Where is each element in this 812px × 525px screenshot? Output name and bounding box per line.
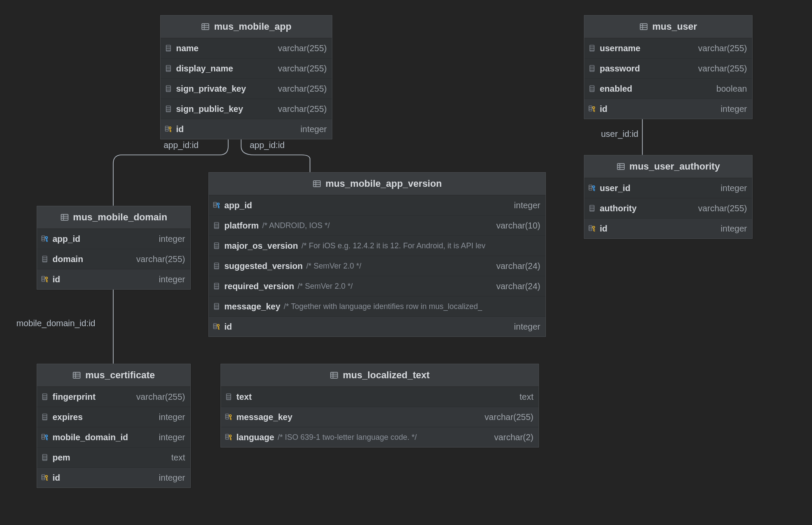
column-comment: /* SemVer 2.0 */	[306, 262, 361, 271]
column-row[interactable]: text text	[221, 387, 539, 407]
column-row[interactable]: app_id integer	[37, 229, 190, 249]
column-row[interactable]: message_key /* Together with language id…	[209, 296, 545, 317]
table-mus-user-authority[interactable]: mus_user_authority user_id integer	[584, 155, 753, 239]
primary-key-icon	[41, 474, 49, 482]
column-type: integer	[159, 234, 185, 244]
column-name: expires	[53, 412, 83, 422]
primary-key-icon	[225, 433, 233, 441]
table-header[interactable]: mus_user_authority	[584, 155, 752, 178]
column-icon	[165, 85, 173, 93]
column-name: id	[53, 473, 60, 483]
column-type: varchar(24)	[496, 281, 540, 291]
column-name: suggested_version	[224, 261, 303, 271]
svg-point-139	[593, 186, 595, 188]
column-row[interactable]: username varchar(255)	[584, 38, 752, 59]
table-mus-mobile-domain[interactable]: mus_mobile_domain app_id integer	[37, 206, 191, 290]
table-mus-mobile-app-version[interactable]: mus_mobile_app_version app_id integer	[208, 172, 546, 337]
column-icon	[589, 44, 596, 52]
column-row[interactable]: display_name varchar(255)	[161, 59, 332, 79]
table-mus-user[interactable]: mus_user username varchar(255) password	[584, 15, 753, 119]
table-icon	[313, 179, 321, 188]
column-row[interactable]: sign_private_key varchar(255)	[161, 79, 332, 99]
column-row[interactable]: enabled boolean	[584, 79, 752, 99]
table-icon	[639, 22, 648, 31]
table-header[interactable]: mus_mobile_app	[161, 15, 332, 38]
column-row[interactable]: name varchar(255)	[161, 38, 332, 59]
column-row[interactable]: major_os_version /* For iOS e.g. 12.4.2 …	[209, 236, 545, 256]
column-row[interactable]: domain varchar(255)	[37, 249, 190, 269]
column-name: sign_public_key	[176, 104, 243, 114]
column-icon	[213, 222, 221, 229]
column-row[interactable]: pem text	[37, 448, 190, 468]
column-type: integer	[721, 104, 747, 114]
column-icon	[41, 393, 49, 401]
column-row[interactable]: password varchar(255)	[584, 59, 752, 79]
table-icon	[60, 213, 69, 222]
column-row[interactable]: id integer	[37, 468, 190, 488]
table-header[interactable]: mus_mobile_domain	[37, 206, 190, 229]
column-row[interactable]: message_key varchar(255)	[221, 407, 539, 427]
column-name: required_version	[224, 281, 294, 291]
column-name: mobile_domain_id	[53, 432, 128, 442]
svg-rect-136	[589, 185, 592, 190]
column-row[interactable]: id integer	[209, 317, 545, 337]
column-row[interactable]: authority varchar(255)	[584, 198, 752, 219]
svg-point-131	[593, 107, 595, 109]
foreign-key-icon	[589, 184, 596, 192]
column-row[interactable]: expires integer	[37, 407, 190, 427]
column-name: fingerprint	[53, 392, 96, 402]
svg-rect-144	[589, 225, 592, 231]
column-row[interactable]: user_id integer	[584, 178, 752, 198]
svg-point-95	[46, 476, 48, 478]
column-row[interactable]: id integer	[161, 119, 332, 139]
table-header[interactable]: mus_certificate	[37, 364, 190, 387]
column-name: id	[224, 322, 232, 332]
column-row[interactable]: id integer	[584, 219, 752, 238]
column-type: integer	[159, 432, 185, 442]
column-row[interactable]: platform /* ANDROID, IOS */ varchar(10)	[209, 216, 545, 236]
column-row[interactable]: required_version /* SemVer 2.0 */ varcha…	[209, 276, 545, 296]
column-row[interactable]: id integer	[584, 99, 752, 119]
primary-key-icon	[225, 413, 233, 421]
column-icon	[225, 393, 233, 401]
column-icon	[165, 44, 173, 52]
column-name: text	[236, 392, 252, 402]
svg-rect-24	[61, 214, 68, 220]
primary-key-icon	[41, 275, 49, 283]
table-icon	[201, 22, 210, 31]
svg-point-31	[46, 237, 48, 239]
table-header[interactable]: mus_localized_text	[221, 364, 539, 387]
svg-rect-36	[42, 276, 45, 281]
foreign-key-icon	[41, 433, 49, 441]
column-row[interactable]: mobile_domain_id integer	[37, 427, 190, 448]
column-type: varchar(10)	[496, 221, 540, 231]
column-type: varchar(255)	[136, 392, 185, 402]
table-mus-mobile-app[interactable]: mus_mobile_app name varchar(255) displa	[160, 15, 332, 139]
column-name: authority	[600, 204, 637, 213]
column-name: user_id	[600, 183, 630, 193]
column-row[interactable]: fingerprint varchar(255)	[37, 387, 190, 407]
foreign-key-icon	[213, 201, 221, 209]
svg-rect-44	[214, 202, 217, 207]
column-row[interactable]: sign_public_key varchar(255)	[161, 99, 332, 119]
column-row[interactable]: app_id integer	[209, 195, 545, 216]
column-row[interactable]: language /* ISO 639-1 two-letter languag…	[221, 427, 539, 447]
primary-key-icon	[213, 323, 221, 330]
column-name: password	[600, 64, 640, 74]
column-name: message_key	[224, 302, 280, 312]
table-header[interactable]: mus_user	[584, 15, 752, 38]
column-row[interactable]: suggested_version /* SemVer 2.0 */ varch…	[209, 256, 545, 276]
table-header[interactable]: mus_mobile_app_version	[209, 173, 545, 195]
column-name: domain	[53, 254, 83, 264]
table-mus-certificate[interactable]: mus_certificate fingerprint varchar(255)	[37, 364, 191, 488]
column-icon	[41, 413, 49, 421]
svg-rect-128	[589, 106, 592, 111]
column-comment: /* Together with language identifies row…	[284, 302, 482, 311]
column-name: enabled	[600, 84, 632, 94]
svg-rect-72	[73, 372, 80, 378]
column-row[interactable]: id integer	[37, 269, 190, 289]
column-icon	[41, 454, 49, 461]
column-type: varchar(255)	[278, 84, 327, 94]
table-mus-localized-text[interactable]: mus_localized_text text text	[220, 364, 539, 448]
column-type: varchar(255)	[698, 43, 747, 53]
